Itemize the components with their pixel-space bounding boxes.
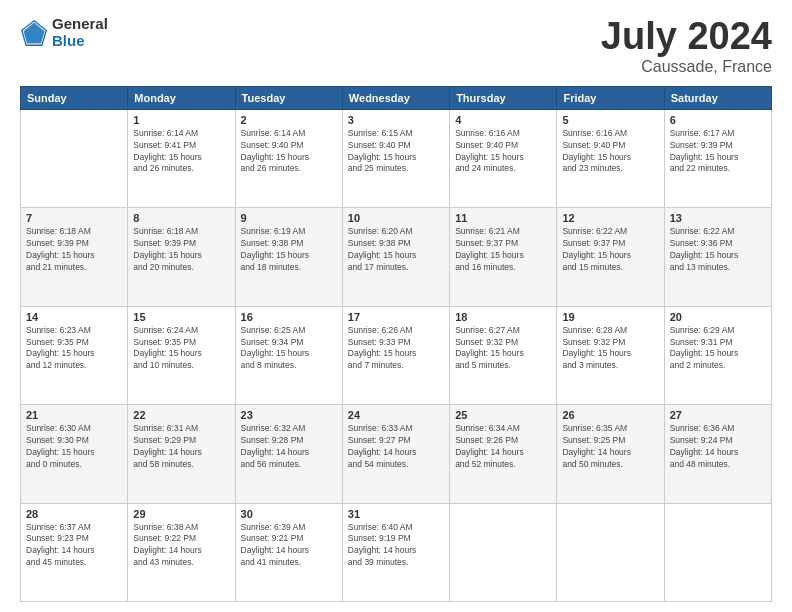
day-number: 20 — [670, 311, 766, 323]
calendar-cell-w1-d1: 1Sunrise: 6:14 AM Sunset: 9:41 PM Daylig… — [128, 109, 235, 207]
day-number: 24 — [348, 409, 444, 421]
day-details: Sunrise: 6:36 AM Sunset: 9:24 PM Dayligh… — [670, 423, 766, 471]
calendar-cell-w2-d2: 9Sunrise: 6:19 AM Sunset: 9:38 PM Daylig… — [235, 208, 342, 306]
day-number: 9 — [241, 212, 337, 224]
day-number: 31 — [348, 508, 444, 520]
col-tuesday: Tuesday — [235, 86, 342, 109]
day-details: Sunrise: 6:40 AM Sunset: 9:19 PM Dayligh… — [348, 522, 444, 570]
week-row-5: 28Sunrise: 6:37 AM Sunset: 9:23 PM Dayli… — [21, 503, 772, 601]
calendar-cell-w2-d1: 8Sunrise: 6:18 AM Sunset: 9:39 PM Daylig… — [128, 208, 235, 306]
day-details: Sunrise: 6:39 AM Sunset: 9:21 PM Dayligh… — [241, 522, 337, 570]
day-number: 2 — [241, 114, 337, 126]
location-subtitle: Caussade, France — [601, 58, 772, 76]
day-details: Sunrise: 6:28 AM Sunset: 9:32 PM Dayligh… — [562, 325, 658, 373]
day-number: 14 — [26, 311, 122, 323]
calendar-cell-w2-d3: 10Sunrise: 6:20 AM Sunset: 9:38 PM Dayli… — [342, 208, 449, 306]
calendar-cell-w3-d3: 17Sunrise: 6:26 AM Sunset: 9:33 PM Dayli… — [342, 306, 449, 404]
title-block: July 2024 Caussade, France — [601, 16, 772, 76]
col-saturday: Saturday — [664, 86, 771, 109]
calendar-cell-w4-d4: 25Sunrise: 6:34 AM Sunset: 9:26 PM Dayli… — [450, 405, 557, 503]
calendar-cell-w1-d2: 2Sunrise: 6:14 AM Sunset: 9:40 PM Daylig… — [235, 109, 342, 207]
day-number: 18 — [455, 311, 551, 323]
col-thursday: Thursday — [450, 86, 557, 109]
day-details: Sunrise: 6:29 AM Sunset: 9:31 PM Dayligh… — [670, 325, 766, 373]
day-details: Sunrise: 6:25 AM Sunset: 9:34 PM Dayligh… — [241, 325, 337, 373]
logo-blue-text: Blue — [52, 33, 108, 50]
day-details: Sunrise: 6:26 AM Sunset: 9:33 PM Dayligh… — [348, 325, 444, 373]
day-details: Sunrise: 6:35 AM Sunset: 9:25 PM Dayligh… — [562, 423, 658, 471]
day-details: Sunrise: 6:23 AM Sunset: 9:35 PM Dayligh… — [26, 325, 122, 373]
calendar-cell-w5-d0: 28Sunrise: 6:37 AM Sunset: 9:23 PM Dayli… — [21, 503, 128, 601]
calendar-cell-w3-d5: 19Sunrise: 6:28 AM Sunset: 9:32 PM Dayli… — [557, 306, 664, 404]
day-number: 11 — [455, 212, 551, 224]
day-details: Sunrise: 6:33 AM Sunset: 9:27 PM Dayligh… — [348, 423, 444, 471]
day-details: Sunrise: 6:14 AM Sunset: 9:40 PM Dayligh… — [241, 128, 337, 176]
day-details: Sunrise: 6:14 AM Sunset: 9:41 PM Dayligh… — [133, 128, 229, 176]
page: General Blue July 2024 Caussade, France … — [0, 0, 792, 612]
logo-general-text: General — [52, 16, 108, 33]
day-number: 26 — [562, 409, 658, 421]
day-details: Sunrise: 6:21 AM Sunset: 9:37 PM Dayligh… — [455, 226, 551, 274]
calendar-cell-w5-d6 — [664, 503, 771, 601]
day-details: Sunrise: 6:27 AM Sunset: 9:32 PM Dayligh… — [455, 325, 551, 373]
calendar-cell-w2-d4: 11Sunrise: 6:21 AM Sunset: 9:37 PM Dayli… — [450, 208, 557, 306]
calendar-cell-w5-d3: 31Sunrise: 6:40 AM Sunset: 9:19 PM Dayli… — [342, 503, 449, 601]
week-row-1: 1Sunrise: 6:14 AM Sunset: 9:41 PM Daylig… — [21, 109, 772, 207]
logo-text: General Blue — [52, 16, 108, 49]
day-details: Sunrise: 6:15 AM Sunset: 9:40 PM Dayligh… — [348, 128, 444, 176]
day-details: Sunrise: 6:22 AM Sunset: 9:37 PM Dayligh… — [562, 226, 658, 274]
day-number: 27 — [670, 409, 766, 421]
day-number: 25 — [455, 409, 551, 421]
calendar-cell-w3-d0: 14Sunrise: 6:23 AM Sunset: 9:35 PM Dayli… — [21, 306, 128, 404]
calendar-cell-w2-d5: 12Sunrise: 6:22 AM Sunset: 9:37 PM Dayli… — [557, 208, 664, 306]
week-row-4: 21Sunrise: 6:30 AM Sunset: 9:30 PM Dayli… — [21, 405, 772, 503]
calendar-cell-w1-d6: 6Sunrise: 6:17 AM Sunset: 9:39 PM Daylig… — [664, 109, 771, 207]
day-details: Sunrise: 6:18 AM Sunset: 9:39 PM Dayligh… — [133, 226, 229, 274]
calendar-cell-w2-d6: 13Sunrise: 6:22 AM Sunset: 9:36 PM Dayli… — [664, 208, 771, 306]
day-details: Sunrise: 6:22 AM Sunset: 9:36 PM Dayligh… — [670, 226, 766, 274]
day-details: Sunrise: 6:34 AM Sunset: 9:26 PM Dayligh… — [455, 423, 551, 471]
calendar-cell-w5-d1: 29Sunrise: 6:38 AM Sunset: 9:22 PM Dayli… — [128, 503, 235, 601]
calendar-cell-w4-d0: 21Sunrise: 6:30 AM Sunset: 9:30 PM Dayli… — [21, 405, 128, 503]
day-number: 28 — [26, 508, 122, 520]
col-wednesday: Wednesday — [342, 86, 449, 109]
calendar-cell-w2-d0: 7Sunrise: 6:18 AM Sunset: 9:39 PM Daylig… — [21, 208, 128, 306]
day-number: 29 — [133, 508, 229, 520]
calendar-cell-w4-d2: 23Sunrise: 6:32 AM Sunset: 9:28 PM Dayli… — [235, 405, 342, 503]
col-friday: Friday — [557, 86, 664, 109]
day-number: 4 — [455, 114, 551, 126]
day-number: 23 — [241, 409, 337, 421]
calendar-cell-w4-d5: 26Sunrise: 6:35 AM Sunset: 9:25 PM Dayli… — [557, 405, 664, 503]
calendar-cell-w3-d1: 15Sunrise: 6:24 AM Sunset: 9:35 PM Dayli… — [128, 306, 235, 404]
calendar-cell-w1-d4: 4Sunrise: 6:16 AM Sunset: 9:40 PM Daylig… — [450, 109, 557, 207]
day-number: 19 — [562, 311, 658, 323]
day-number: 16 — [241, 311, 337, 323]
day-number: 5 — [562, 114, 658, 126]
day-number: 6 — [670, 114, 766, 126]
calendar-cell-w1-d3: 3Sunrise: 6:15 AM Sunset: 9:40 PM Daylig… — [342, 109, 449, 207]
calendar-header-row: Sunday Monday Tuesday Wednesday Thursday… — [21, 86, 772, 109]
calendar-cell-w4-d6: 27Sunrise: 6:36 AM Sunset: 9:24 PM Dayli… — [664, 405, 771, 503]
calendar-cell-w5-d5 — [557, 503, 664, 601]
day-details: Sunrise: 6:32 AM Sunset: 9:28 PM Dayligh… — [241, 423, 337, 471]
day-number: 15 — [133, 311, 229, 323]
day-details: Sunrise: 6:17 AM Sunset: 9:39 PM Dayligh… — [670, 128, 766, 176]
day-details: Sunrise: 6:37 AM Sunset: 9:23 PM Dayligh… — [26, 522, 122, 570]
calendar-cell-w1-d5: 5Sunrise: 6:16 AM Sunset: 9:40 PM Daylig… — [557, 109, 664, 207]
day-details: Sunrise: 6:20 AM Sunset: 9:38 PM Dayligh… — [348, 226, 444, 274]
calendar-table: Sunday Monday Tuesday Wednesday Thursday… — [20, 86, 772, 602]
calendar-cell-w5-d2: 30Sunrise: 6:39 AM Sunset: 9:21 PM Dayli… — [235, 503, 342, 601]
day-number: 8 — [133, 212, 229, 224]
day-details: Sunrise: 6:38 AM Sunset: 9:22 PM Dayligh… — [133, 522, 229, 570]
day-number: 10 — [348, 212, 444, 224]
day-number: 17 — [348, 311, 444, 323]
month-title: July 2024 — [601, 16, 772, 58]
day-details: Sunrise: 6:30 AM Sunset: 9:30 PM Dayligh… — [26, 423, 122, 471]
logo-icon — [20, 19, 48, 47]
day-details: Sunrise: 6:31 AM Sunset: 9:29 PM Dayligh… — [133, 423, 229, 471]
day-number: 22 — [133, 409, 229, 421]
week-row-3: 14Sunrise: 6:23 AM Sunset: 9:35 PM Dayli… — [21, 306, 772, 404]
day-number: 30 — [241, 508, 337, 520]
day-details: Sunrise: 6:18 AM Sunset: 9:39 PM Dayligh… — [26, 226, 122, 274]
day-number: 1 — [133, 114, 229, 126]
